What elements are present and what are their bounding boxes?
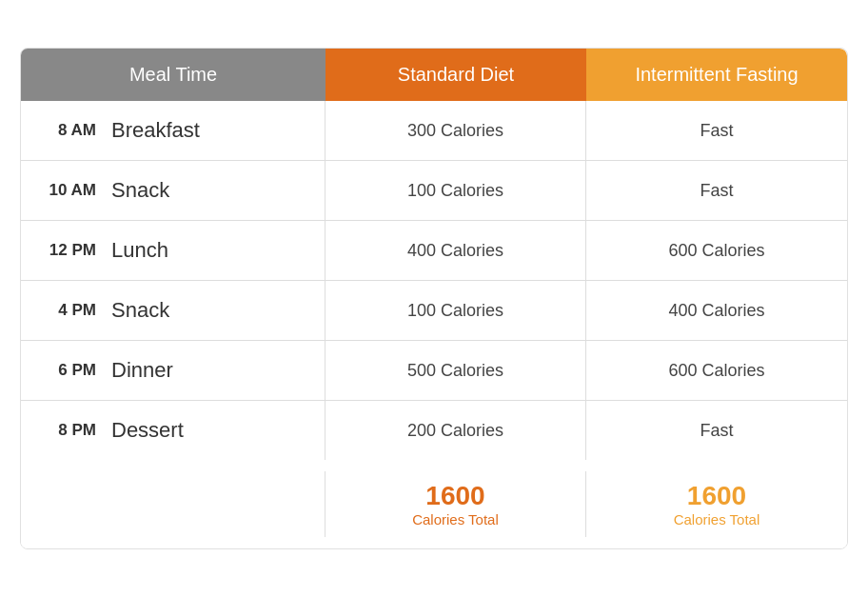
- table-row: 6 PM Dinner 500 Calories 600 Calories: [21, 341, 847, 401]
- footer-standard-total: 1600 Calories Total: [326, 471, 586, 537]
- time-label: 8 PM: [44, 421, 96, 440]
- meal-time-cell: 4 PM Snack: [21, 281, 326, 340]
- header-intermittent-fasting: Intermittent Fasting: [586, 49, 847, 101]
- fasting-cell: 600 Calories: [586, 341, 847, 400]
- footer-empty: [21, 471, 326, 537]
- meal-time-cell: 6 PM Dinner: [21, 341, 326, 400]
- meal-time-cell: 10 AM Snack: [21, 161, 326, 220]
- table-row: 10 AM Snack 100 Calories Fast: [21, 161, 847, 221]
- meal-label: Dessert: [111, 418, 184, 443]
- meal-label: Snack: [111, 298, 169, 323]
- meal-label: Dinner: [111, 358, 173, 383]
- time-label: 8 AM: [44, 121, 96, 140]
- standard-cell: 500 Calories: [326, 341, 586, 400]
- header-meal-time: Meal Time: [21, 49, 326, 101]
- table-footer: 1600 Calories Total 1600 Calories Total: [21, 460, 847, 548]
- meal-time-cell: 8 AM Breakfast: [21, 101, 326, 160]
- meal-label: Breakfast: [111, 118, 200, 143]
- time-label: 6 PM: [44, 361, 96, 380]
- standard-cell: 200 Calories: [326, 401, 586, 460]
- fasting-cell: 400 Calories: [586, 281, 847, 340]
- table-row: 8 AM Breakfast 300 Calories Fast: [21, 101, 847, 161]
- time-label: 4 PM: [44, 301, 96, 320]
- fasting-cell: Fast: [586, 101, 847, 160]
- standard-cell: 100 Calories: [326, 161, 586, 220]
- comparison-table: Meal Time Standard Diet Intermittent Fas…: [20, 48, 848, 549]
- header-standard-diet: Standard Diet: [326, 49, 586, 101]
- standard-cell: 300 Calories: [326, 101, 586, 160]
- table-row: 8 PM Dessert 200 Calories Fast: [21, 401, 847, 460]
- table-row: 4 PM Snack 100 Calories 400 Calories: [21, 281, 847, 341]
- meal-label: Snack: [111, 178, 169, 203]
- meal-time-cell: 12 PM Lunch: [21, 221, 326, 280]
- table-row: 12 PM Lunch 400 Calories 600 Calories: [21, 221, 847, 281]
- standard-cell: 400 Calories: [326, 221, 586, 280]
- table-body: 8 AM Breakfast 300 Calories Fast 10 AM S…: [21, 101, 847, 460]
- standard-cell: 100 Calories: [326, 281, 586, 340]
- meal-label: Lunch: [111, 238, 168, 263]
- fasting-cell: Fast: [586, 161, 847, 220]
- time-label: 10 AM: [44, 181, 96, 200]
- time-label: 12 PM: [44, 241, 96, 260]
- fasting-cell: 600 Calories: [586, 221, 847, 280]
- meal-time-cell: 8 PM Dessert: [21, 401, 326, 460]
- fasting-cell: Fast: [586, 401, 847, 460]
- table-header: Meal Time Standard Diet Intermittent Fas…: [21, 49, 847, 101]
- footer-fasting-total: 1600 Calories Total: [586, 471, 847, 537]
